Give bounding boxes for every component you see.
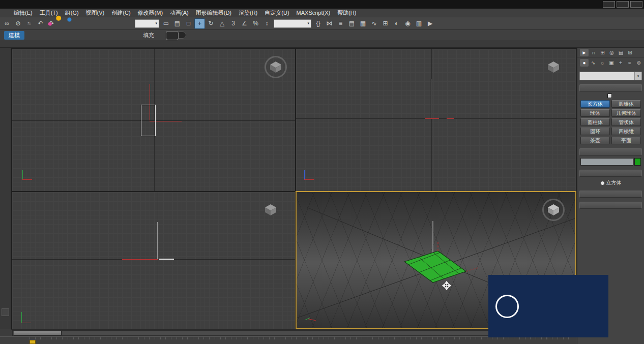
select-and-link-icon[interactable]: ∞	[2, 18, 12, 29]
create-subcategories: ● ∿ ☼ ▣ + ≈ ⊚	[577, 57, 644, 68]
axis-tripod	[22, 170, 33, 180]
material-editor-icon[interactable]: ◐	[391, 18, 402, 29]
spinner-snap-icon[interactable]: ↕	[261, 18, 272, 29]
axis-tripod	[21, 311, 32, 323]
shapes-button[interactable]: ∿	[589, 59, 598, 67]
rendered-frame-icon[interactable]: ▥	[414, 18, 424, 29]
menu-item[interactable]: 动画(A)	[166, 9, 192, 17]
box001-wireframe-top	[141, 105, 156, 136]
align-icon[interactable]: ≡	[335, 18, 346, 29]
modify-tab[interactable]: ∩	[589, 49, 598, 56]
object-type-button[interactable]: 球体	[580, 109, 610, 117]
undo-icon[interactable]: ↶	[35, 18, 46, 29]
object-type-button[interactable]: 圆柱体	[580, 118, 610, 126]
menu-item[interactable]: MAXScript(X)	[293, 9, 334, 17]
menu-item[interactable]: 自定义(U)	[261, 9, 292, 17]
object-color-swatch[interactable]	[634, 158, 641, 166]
key-marker[interactable]	[30, 340, 36, 344]
ribbon-tab-bar: 建模 填充	[0, 30, 644, 40]
unlink-selection-icon[interactable]: ⊘	[13, 18, 23, 29]
bind-to-space-warp-icon[interactable]: ≈	[24, 18, 35, 29]
close-button[interactable]	[630, 1, 642, 8]
rollout-header[interactable]	[579, 84, 642, 91]
menu-item[interactable]: 渲染(R)	[235, 9, 261, 17]
viewport-front[interactable]	[296, 49, 576, 191]
ribbon-tab[interactable]: 建模	[4, 31, 24, 40]
rollout-header[interactable]	[579, 202, 642, 209]
menu-item[interactable]: 修改器(M)	[134, 9, 167, 17]
edit-named-sets-icon[interactable]: {}	[313, 18, 324, 29]
object-name-input[interactable]	[580, 158, 633, 166]
track-bar[interactable]	[0, 336, 577, 344]
create-tab[interactable]: ►	[580, 49, 589, 56]
ribbon-tab[interactable]: 填充	[138, 31, 159, 40]
construction-line-gray-v	[157, 222, 158, 259]
lights-button[interactable]: ☼	[598, 59, 607, 67]
select-and-scale-icon[interactable]: △	[217, 18, 227, 29]
motion-tab[interactable]: ◎	[607, 49, 616, 56]
display-tab[interactable]: ▤	[617, 49, 625, 56]
title-bar	[0, 0, 644, 9]
object-type-button[interactable]: 管状体	[611, 118, 641, 126]
select-and-rotate-icon[interactable]: ↻	[206, 18, 216, 29]
grid	[296, 49, 576, 191]
object-type-button[interactable]: 几何球体	[611, 109, 641, 117]
select-object-icon[interactable]: ▭	[161, 18, 171, 29]
autogrid-checkbox[interactable]	[607, 93, 612, 98]
menu-item[interactable]: 创建(C)	[108, 9, 134, 17]
cameras-button[interactable]: ▣	[607, 59, 616, 67]
viewcube[interactable]	[542, 198, 565, 222]
select-by-name-icon[interactable]: ▤	[172, 18, 183, 29]
render-setup-icon[interactable]: ◉	[402, 18, 413, 29]
rollout-name-color	[579, 148, 642, 166]
viewport-tab-arrow-icon[interactable]	[2, 308, 9, 316]
viewport-left[interactable]	[12, 192, 295, 329]
axis-tripod	[305, 307, 317, 319]
time-slider-thumb[interactable]	[14, 331, 62, 335]
menu-item[interactable]: 视图(V)	[82, 9, 108, 17]
object-type-button[interactable]: 长方体	[580, 100, 610, 108]
viewcube[interactable]	[259, 198, 282, 222]
percent-snap-icon[interactable]: %	[250, 18, 261, 29]
object-type-button[interactable]: 茶壶	[580, 137, 610, 144]
minimize-button[interactable]	[603, 1, 615, 8]
reference-coordinate-dropdown[interactable]	[274, 19, 311, 28]
menu-item[interactable]: 图形编辑器(D)	[192, 9, 235, 17]
box001-edge-left	[159, 259, 174, 260]
schematic-view-icon[interactable]: ⊞	[380, 18, 391, 29]
systems-button[interactable]: ⊚	[634, 59, 643, 67]
viewport-top[interactable]	[12, 49, 295, 191]
layer-manager-icon[interactable]: ▤	[346, 18, 357, 29]
mirror-icon[interactable]: ⋈	[324, 18, 335, 29]
creation-method-radio[interactable]: 立方体	[600, 179, 622, 186]
select-and-move-icon[interactable]: +	[194, 18, 205, 29]
rollout-header[interactable]	[579, 170, 642, 177]
space-warps-button[interactable]: ≈	[625, 59, 634, 67]
angle-snap-icon[interactable]: ∠	[239, 18, 250, 29]
utilities-tab[interactable]: ⊠	[626, 49, 634, 56]
selection-filter-dropdown[interactable]	[135, 19, 159, 28]
render-production-icon[interactable]: ▶	[425, 18, 435, 29]
menu-item[interactable]: 组(G)	[62, 9, 82, 17]
object-type-button[interactable]: 圆锥体	[611, 100, 641, 108]
object-type-button[interactable]: 四棱锥	[611, 128, 641, 135]
command-panel-tabs: ► ∩ ⊞ ◎ ▤ ⊠	[577, 48, 644, 57]
viewcube[interactable]	[542, 55, 565, 79]
geometry-button[interactable]: ●	[580, 59, 589, 67]
helpers-button[interactable]: +	[616, 59, 625, 67]
graphite-ribbon-icon[interactable]: ▦	[358, 18, 368, 29]
primitive-category-dropdown[interactable]	[579, 72, 642, 80]
viewcube[interactable]	[264, 55, 287, 79]
maximize-button[interactable]	[617, 1, 629, 8]
rollout-header[interactable]	[579, 191, 642, 198]
selection-region-icon[interactable]: □	[183, 18, 194, 29]
curve-editor-icon[interactable]: ∿	[369, 18, 379, 29]
snap-toggle-3d-icon[interactable]: 3	[228, 18, 239, 29]
hierarchy-tab[interactable]: ⊞	[598, 49, 607, 56]
box001-edge-front	[431, 79, 431, 118]
object-type-button[interactable]: 圆环	[580, 128, 610, 135]
rollout-header[interactable]	[579, 148, 642, 155]
menu-item[interactable]: 帮助(H)	[334, 9, 360, 17]
menu-item[interactable]: 编辑(E)	[10, 9, 36, 17]
object-type-button[interactable]: 平面	[611, 137, 641, 144]
